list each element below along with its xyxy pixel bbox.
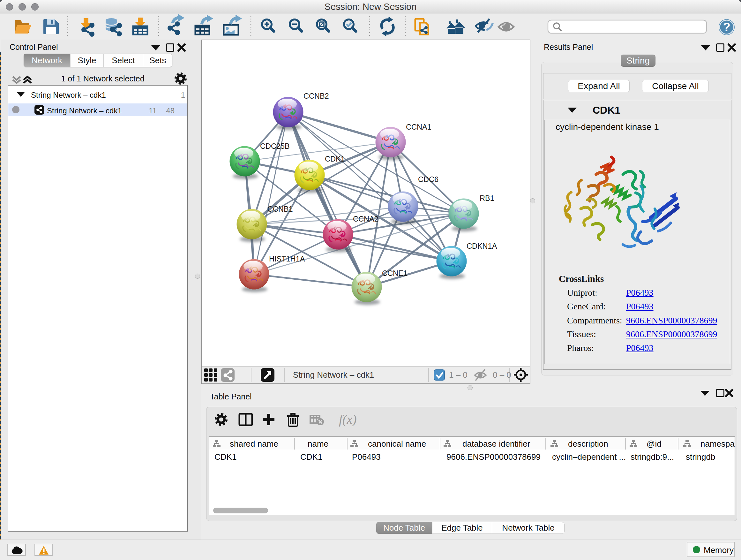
svg-text:CCNA2: CCNA2 <box>353 215 379 223</box>
svg-text:CCNB2: CCNB2 <box>304 92 329 100</box>
svg-text:HIST1H1A: HIST1H1A <box>269 255 305 263</box>
svg-text:CCNE1: CCNE1 <box>382 269 408 277</box>
svg-text:?: ? <box>723 20 730 34</box>
svg-text:CCNA1: CCNA1 <box>406 123 431 131</box>
svg-text:CCNB1: CCNB1 <box>267 205 293 213</box>
svg-text:f(x): f(x) <box>339 412 357 427</box>
svg-text:CDC6: CDC6 <box>418 175 439 184</box>
svg-text:RB1: RB1 <box>480 194 494 202</box>
svg-text:CDKN1A: CDKN1A <box>467 242 497 250</box>
svg-text:CDK1: CDK1 <box>325 155 345 163</box>
svg-text:CDC25B: CDC25B <box>260 142 290 150</box>
